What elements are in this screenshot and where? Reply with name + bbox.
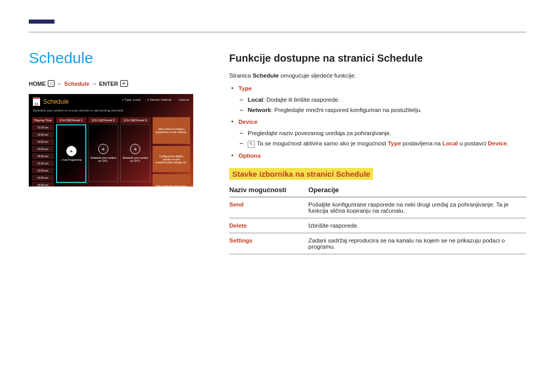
bullets: Type Local: Dodajte ili brišite raspored… [229, 83, 526, 161]
td-desc: Izbrišite rasporede. [308, 218, 526, 233]
note-icon: ✎ [248, 141, 255, 148]
ss-ch-hdr: [CH 12]Chnnel 2 [88, 117, 118, 123]
dash-network: Network: Pregledajte mrežni raspored kon… [248, 105, 526, 115]
page-title: Schedule [29, 49, 193, 67]
ss-ch-label: + Add Programme [61, 158, 81, 161]
ss-device: ▾ Device: Internal [147, 98, 171, 101]
breadcrumb: HOME ⌂ → Schedule → ENTER ↵ [29, 80, 193, 87]
ss-ch-hdr: [CH 03]Chnnel 1 [56, 117, 86, 123]
plus-icon: + [66, 146, 77, 156]
th-name: Naziv mogućnosti [229, 183, 308, 197]
breadcrumb-mid: Schedule [64, 81, 89, 87]
ss-time: 05:00 am [32, 153, 54, 159]
ss-sidecol: Add content to create a programme on the… [153, 117, 190, 186]
td-name: Delete [229, 218, 308, 233]
ss-channel-2: [CH 12]Chnnel 2 + Schedule your content … [88, 117, 118, 186]
left-column: Schedule HOME ⌂ → Schedule → ENTER ↵ 31 … [29, 49, 193, 254]
content: Schedule HOME ⌂ → Schedule → ENTER ↵ 31 … [29, 49, 526, 254]
table-row: Delete Izbrišite rasporede. [229, 218, 526, 233]
ss-time: 04:00 am [32, 182, 54, 186]
ss-topright: ▾ Type: Local ▾ Device: Internal Options [122, 98, 189, 101]
right-column: Funkcije dostupne na stranici Schedule S… [229, 49, 526, 254]
td-desc: Zadani sadržaj reproducira se na kanalu … [308, 233, 526, 254]
bullet-device: Device Pregledajte naziv povezanog uređa… [238, 117, 526, 150]
ss-time: 04:00 am [32, 146, 54, 152]
dash-device: Pregledajte naziv povezanog uređaja za p… [248, 128, 526, 138]
breadcrumb-home: HOME [29, 81, 46, 87]
section-heading: Funkcije dostupne na stranici Schedule [229, 52, 526, 64]
ss-title: Schedule [43, 98, 69, 105]
td-name: Send [229, 197, 308, 218]
td-name: Settings [229, 233, 308, 254]
th-ops: Operacije [308, 183, 526, 197]
bullet-type: Type Local: Dodajte ili brišite raspored… [238, 83, 526, 117]
subsection-heading: Stavke izbornika na stranici Schedule [229, 168, 373, 180]
ss-timecol: Playing Time 01:00 am 02:00 am 03:00 am … [32, 117, 54, 186]
ss-header: 31 Schedule [29, 94, 193, 109]
table-row: Settings Zadani sadržaj reproducira se n… [229, 233, 526, 254]
intro-para: Stranica Schedule omogućuje sljedeće fun… [229, 71, 526, 80]
header-rule [29, 32, 526, 32]
ss-ch-slot: + Schedule your content on CH 3. [120, 124, 150, 182]
tv-screenshot: 31 Schedule ▾ Type: Local ▾ Device: Inte… [29, 94, 193, 186]
plus-icon: + [98, 144, 108, 154]
ss-time: 01:00 am [32, 160, 54, 166]
ss-ch-label: Schedule your content on CH 2. [89, 156, 118, 162]
ss-time: 02:00 am [32, 132, 54, 138]
enter-icon: ↵ [120, 80, 128, 87]
ss-ch-hdr: [CH 19]Chnnel 3 [120, 117, 150, 123]
ss-options: Options [178, 98, 189, 101]
ss-time: 03:00 am [32, 139, 54, 145]
ss-ch-label: Schedule your content on CH 3. [121, 156, 150, 162]
ss-type: ▾ Type: Local [122, 98, 140, 101]
dash-device-note: ✎Ta se mogućnost aktivira samo ako je mo… [248, 138, 526, 148]
ss-side-box: Add content to create a programme on the… [153, 117, 190, 144]
ss-side-box: Set a start time and a stop time for the… [153, 174, 190, 186]
breadcrumb-enter: ENTER [99, 81, 118, 87]
breadcrumb-arrow: → [57, 81, 62, 87]
ss-time: 02:00 am [32, 167, 54, 174]
ss-ch-slot: + Schedule your content on CH 2. [88, 124, 118, 182]
ss-side-box: Configure the display duration so the co… [153, 146, 190, 173]
table-header-row: Naziv mogućnosti Operacije [229, 183, 526, 197]
calendar-icon: 31 [33, 97, 40, 106]
ss-sub: Schedule your content on a local channel… [29, 109, 193, 115]
ss-time: 01:00 am [32, 124, 54, 130]
header-accent-bar [29, 20, 54, 24]
ss-time: 03:00 am [32, 175, 54, 181]
plus-icon: + [130, 144, 140, 154]
ss-channel-1: [CH 03]Chnnel 1 + + Add Programme [56, 117, 86, 186]
ss-body: Playing Time 01:00 am 02:00 am 03:00 am … [29, 115, 193, 186]
breadcrumb-arrow: → [91, 81, 97, 87]
home-icon: ⌂ [48, 80, 54, 87]
table-row: Send Pošaljite konfigurirane rasporede n… [229, 197, 526, 218]
options-table: Naziv mogućnosti Operacije Send Pošaljit… [229, 183, 526, 254]
dash-local: Local: Dodajte ili brišite rasporede. [248, 95, 526, 105]
ss-channel-3: [CH 19]Chnnel 3 + Schedule your content … [120, 117, 150, 186]
td-desc: Pošaljite konfigurirane rasporede na nek… [308, 197, 526, 218]
bullet-options: Options [238, 151, 526, 161]
ss-timehdr: Playing Time [32, 117, 54, 123]
ss-ch-slot: + + Add Programme [56, 124, 86, 183]
